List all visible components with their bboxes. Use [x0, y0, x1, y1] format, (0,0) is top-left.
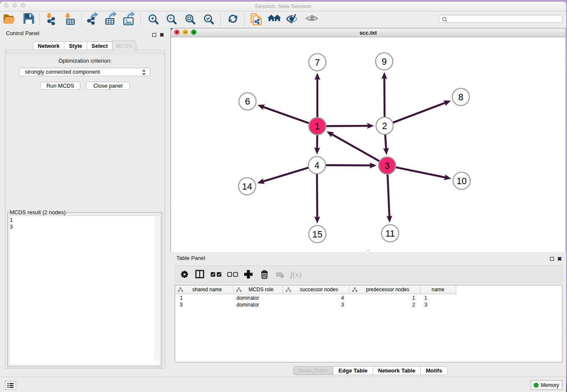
svg-text:11: 11	[385, 229, 395, 239]
svg-text:15: 15	[312, 229, 322, 240]
svg-text:14: 14	[242, 182, 252, 192]
svg-text:4: 4	[314, 160, 319, 171]
svg-text:3: 3	[385, 161, 390, 171]
svg-text:8: 8	[458, 92, 463, 102]
svg-text:2: 2	[382, 121, 387, 131]
svg-text:1: 1	[315, 121, 320, 132]
svg-text:f(x): f(x)	[290, 270, 301, 279]
svg-text:7: 7	[315, 58, 320, 68]
svg-text:10: 10	[457, 176, 467, 186]
svg-text:9: 9	[382, 57, 387, 67]
svg-text:6: 6	[245, 97, 250, 107]
